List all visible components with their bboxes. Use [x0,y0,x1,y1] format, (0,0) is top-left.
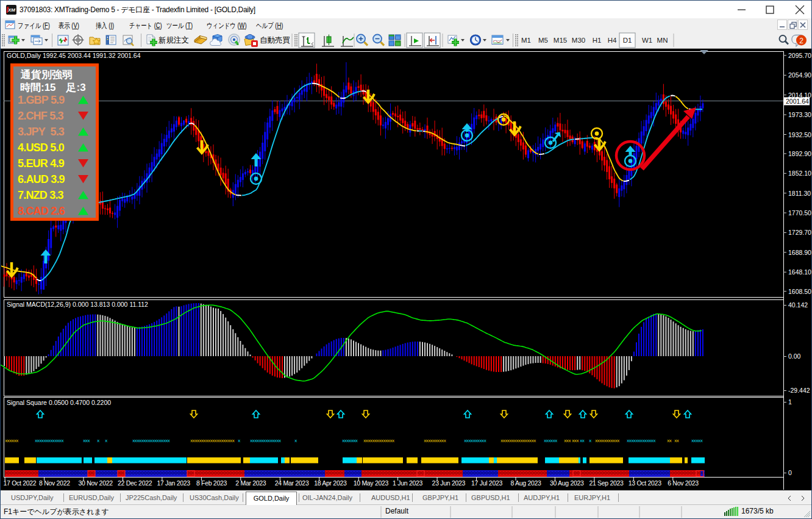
svg-text:W1: W1 [642,37,652,44]
svg-text:0.00: 0.00 [788,353,801,360]
svg-text:1648.10: 1648.10 [788,268,811,276]
svg-text:xxxxxxxxxxxxxxxx: xxxxxxxxxxxxxxxx [500,438,536,443]
svg-text:1852.10: 1852.10 [788,170,811,177]
svg-text:M15: M15 [554,37,567,44]
svg-text:2095.70: 2095.70 [788,52,811,59]
svg-text:D1: D1 [623,37,632,44]
svg-text:1770.50: 1770.50 [788,209,811,217]
svg-text:M30: M30 [572,37,585,44]
svg-text:新規注文: 新規注文 [158,36,189,45]
svg-text:30 Nov 2022: 30 Nov 2022 [79,479,113,487]
svg-text:37091803: XMTrading-Demo 5 - デ: 37091803: XMTrading-Demo 5 - デモ口座 - Trad… [20,5,255,14]
svg-text:1688.90: 1688.90 [788,249,811,256]
svg-text:1 Jun 2023: 1 Jun 2023 [393,479,422,487]
svg-text:0: 0 [788,469,792,476]
svg-text:40.142: 40.142 [788,301,808,309]
svg-text:Signal MACD(12,26,9) 0.000 13.: Signal MACD(12,26,9) 0.000 13.813 0.000 … [7,301,148,308]
svg-text:xxxxxxxxxxxxx: xxxxxxxxxxxxx [35,438,64,443]
svg-text:4.USD 5.0: 4.USD 5.0 [18,141,65,154]
svg-text:6 Nov 2023: 6 Nov 2023 [668,479,699,487]
svg-text:通貨別強弱: 通貨別強弱 [20,69,73,81]
svg-text:xxxxxxxxxxxxxxxxxxxx: xxxxxxxxxxxxxxxxxxxx [190,438,235,443]
svg-text:H4: H4 [608,37,617,44]
svg-text:18 Apr 2023: 18 Apr 2023 [314,479,347,487]
svg-text:2 Mar 2023: 2 Mar 2023 [235,479,266,487]
svg-text:13 Oct 2023: 13 Oct 2023 [629,479,661,487]
svg-text:xxx: xxx [83,438,90,443]
svg-text:23 Jun 2023: 23 Jun 2023 [432,479,466,487]
svg-text:xxxxx: xxxxx [691,438,703,443]
svg-text:1973.30: 1973.30 [788,111,811,118]
svg-text:8 Feb 2023: 8 Feb 2023 [196,479,227,487]
svg-text:xxxxxxxxxxxxx: xxxxxxxxxxxxx [627,438,656,443]
svg-text:1.GBP 5.9: 1.GBP 5.9 [18,94,65,106]
svg-text:xxxxxx: xxxxxx [544,438,558,443]
svg-text:21 Sep 2023: 21 Sep 2023 [589,479,624,487]
svg-text:1811.30: 1811.30 [788,190,811,197]
svg-text:XM: XM [7,7,15,13]
svg-text:xxx: xxx [564,438,571,443]
svg-text:自動売買: 自動売買 [260,36,290,45]
svg-text:3.JPY 5.3: 3.JPY 5.3 [18,126,65,138]
svg-text:1932.50: 1932.50 [788,131,811,138]
svg-text:2: 2 [799,37,803,45]
svg-text:17 Jan 2023: 17 Jan 2023 [157,479,190,487]
svg-text:2054.90: 2054.90 [788,71,811,79]
svg-text:6.AUD 3.9: 6.AUD 3.9 [18,173,65,185]
svg-text:-29.442: -29.442 [788,387,810,394]
svg-text:M1: M1 [521,37,531,44]
svg-text:7.NZD 3.3: 7.NZD 3.3 [18,189,64,201]
svg-text:2.CHF 5.3: 2.CHF 5.3 [18,110,64,122]
svg-text:xxxxxxxxxxxxxx: xxxxxxxxxxxxxx [250,438,282,443]
svg-text:H1: H1 [593,37,602,44]
svg-text:xxxxxxxxxx: xxxxxxxxxx [464,438,486,443]
svg-text:30 Aug 2023: 30 Aug 2023 [550,479,584,487]
svg-text:xxxxxxx: xxxxxxx [342,438,358,443]
svg-text:xxxxxx: xxxxxx [5,438,19,443]
svg-text:M5: M5 [538,37,548,44]
svg-text:Signal Square 0.0500 0.4700 0.: Signal Square 0.0500 0.4700 0.2200 [7,399,111,406]
svg-text:17 Jul 2023: 17 Jul 2023 [471,479,502,487]
svg-text:xxxxxxxxxxxxxx: xxxxxxxxxxxxxx [363,438,395,443]
svg-text:xxxxxxxxxxxxxxxxx: xxxxxxxxxxxxxxxxx [132,438,171,443]
svg-text:10 May 2023: 10 May 2023 [354,479,389,487]
svg-text:2001.64: 2001.64 [786,98,809,105]
svg-text:xxx: xxx [572,438,579,443]
svg-text:22 Dec 2022: 22 Dec 2022 [118,479,152,487]
svg-text:時間:15 足:3: 時間:15 足:3 [20,82,86,93]
svg-text:17 Oct 2022: 17 Oct 2022 [4,479,37,487]
svg-text:1: 1 [788,398,792,406]
svg-text:24 Mar 2023: 24 Mar 2023 [275,479,309,487]
svg-text:8.CAD 2.6: 8.CAD 2.6 [18,205,65,217]
svg-text:MN: MN [657,37,668,44]
svg-text:xxxxxxxxxxx: xxxxxxxxxxx [595,438,620,443]
svg-text:1892.90: 1892.90 [788,150,811,157]
svg-text:8 Aug 2023: 8 Aug 2023 [511,479,542,487]
svg-text:GOLD,Daily 1992.45 2003.44 19: GOLD,Daily 1992.45 2003.44 1991.32 2001.… [7,52,141,59]
svg-text:xxxxxxxxxx: xxxxxxxxxx [424,438,446,443]
svg-text:5.EUR 4.9: 5.EUR 4.9 [18,157,65,170]
svg-text:1608.50: 1608.50 [788,288,811,295]
svg-text:1729.70: 1729.70 [788,229,811,236]
svg-text:8 Nov 2022: 8 Nov 2022 [39,479,70,487]
